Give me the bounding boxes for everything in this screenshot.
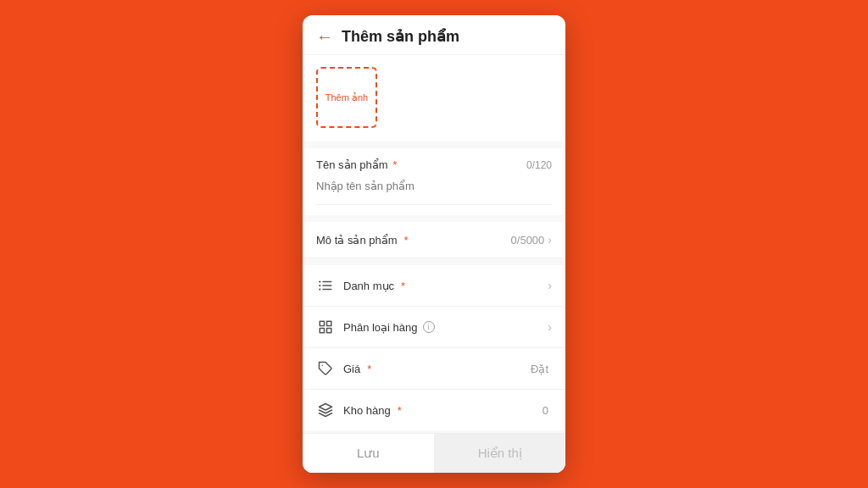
svg-marker-11 (320, 404, 332, 411)
list-icon (316, 276, 335, 295)
save-button[interactable]: Lưu (303, 434, 435, 473)
required-star: * (390, 158, 398, 171)
svg-rect-9 (327, 329, 331, 333)
tag-icon (316, 359, 335, 378)
description-label: Mô tả sản phẩm * (316, 234, 511, 247)
svg-rect-6 (320, 321, 324, 325)
classification-row[interactable]: Phân loại hàng i › (303, 307, 565, 348)
inventory-value: 0 (542, 404, 548, 417)
product-name-header: Tên sản phẩm * 0/120 (316, 158, 552, 171)
description-chevron-icon: › (548, 233, 552, 247)
inventory-label: Kho hàng * (343, 404, 542, 417)
product-name-label: Tên sản phẩm * (316, 158, 397, 171)
classification-info-icon[interactable]: i (423, 321, 435, 333)
product-name-count: 0/120 (526, 159, 552, 171)
inventory-row[interactable]: Kho hàng * 0 (303, 390, 565, 430)
back-button[interactable]: ← (316, 28, 333, 45)
svg-point-4 (319, 285, 320, 286)
price-row[interactable]: Giá * Đặt (303, 348, 565, 390)
price-label: Giá * (343, 363, 531, 375)
svg-point-5 (319, 288, 320, 290)
bottom-bar: Lưu Hiển thị (303, 433, 565, 473)
layers-icon (316, 401, 335, 419)
fields-group: Danh mục * › Phân loại hàng i › (303, 265, 565, 430)
phone-card: ← Thêm sản phẩm Thêm ảnh Tên sản phẩm * … (303, 15, 565, 473)
add-image-label: Thêm ảnh (326, 92, 368, 103)
product-name-input[interactable] (316, 176, 552, 196)
category-label: Danh mục * (343, 280, 548, 292)
description-count: 0/5000 (511, 234, 545, 247)
add-image-button[interactable]: Thêm ảnh (316, 67, 377, 128)
header: ← Thêm sản phẩm (303, 15, 565, 55)
classification-label: Phân loại hàng i (343, 321, 548, 334)
grid-icon (316, 318, 335, 336)
image-upload-section: Thêm ảnh (303, 55, 565, 141)
svg-point-3 (319, 280, 320, 282)
classification-chevron-icon: › (548, 320, 552, 334)
svg-rect-7 (327, 321, 331, 325)
category-chevron-icon: › (548, 279, 552, 292)
price-value: Đặt (531, 363, 548, 375)
page-title: Thêm sản phẩm (342, 27, 459, 46)
svg-rect-8 (320, 329, 324, 333)
content-area: Thêm ảnh Tên sản phẩm * 0/120 Mô tả sản … (303, 55, 565, 433)
category-row[interactable]: Danh mục * › (303, 265, 565, 307)
product-name-section: Tên sản phẩm * 0/120 (303, 148, 565, 215)
display-button[interactable]: Hiển thị (435, 434, 566, 473)
description-row[interactable]: Mô tả sản phẩm * 0/5000 › (303, 222, 565, 258)
